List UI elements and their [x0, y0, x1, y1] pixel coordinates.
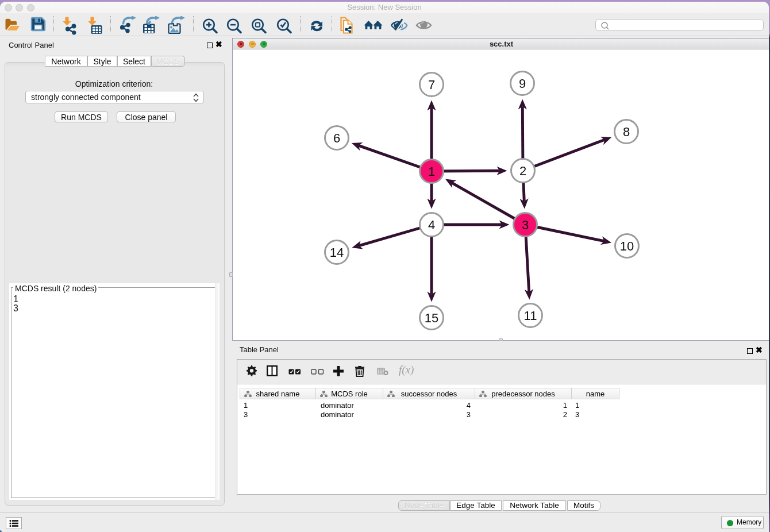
- svg-text:1: 1: [428, 164, 435, 179]
- svg-text:14: 14: [330, 245, 344, 260]
- svg-text:15: 15: [425, 311, 438, 325]
- svg-text:4: 4: [428, 218, 435, 232]
- svg-text:10: 10: [620, 239, 634, 253]
- svg-text:3: 3: [522, 218, 529, 232]
- svg-text:7: 7: [428, 78, 435, 92]
- svg-text:6: 6: [333, 131, 340, 145]
- svg-text:8: 8: [623, 125, 630, 139]
- svg-text:11: 11: [524, 309, 537, 323]
- svg-text:f(x): f(x): [399, 364, 414, 376]
- svg-text:2: 2: [519, 164, 526, 178]
- svg-text:9: 9: [519, 76, 526, 91]
